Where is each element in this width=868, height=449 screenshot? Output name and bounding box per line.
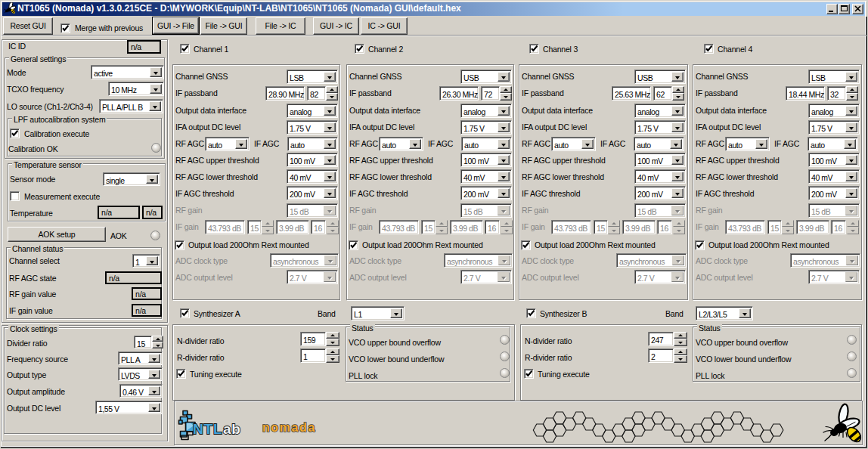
svg-text:nomada: nomada — [262, 421, 316, 434]
svg-text:ab: ab — [223, 421, 241, 437]
svg-text:NTL: NTL — [193, 421, 222, 437]
